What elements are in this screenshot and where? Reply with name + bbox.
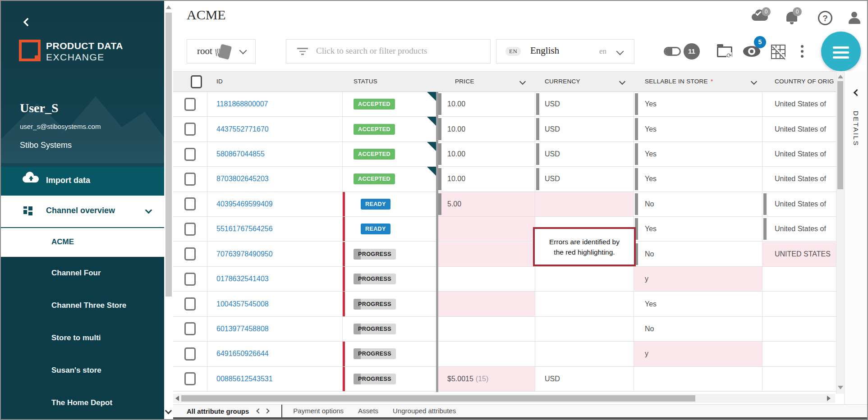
row-checkbox[interactable] <box>184 372 196 385</box>
product-id-link[interactable]: 580867044855 <box>216 150 265 158</box>
country-cell[interactable]: United States of <box>762 217 836 241</box>
price-cell[interactable] <box>437 317 535 341</box>
table-vertical-scrollbar[interactable] <box>836 71 844 394</box>
user-menu-button[interactable] <box>849 11 860 24</box>
row-checkbox[interactable] <box>184 223 196 236</box>
product-id-link[interactable]: 1181868800007 <box>216 100 268 108</box>
currency-cell[interactable]: USD <box>535 367 634 391</box>
scroll-left-icon[interactable] <box>175 396 179 401</box>
scroll-right-icon[interactable] <box>827 396 831 401</box>
country-cell[interactable]: United States of <box>762 167 836 191</box>
kebab-menu-button[interactable] <box>801 45 804 60</box>
chevron-down-icon[interactable] <box>519 78 526 85</box>
chevron-down-icon[interactable] <box>619 78 625 85</box>
scrollbar-thumb[interactable] <box>181 395 695 402</box>
price-cell[interactable] <box>437 242 535 266</box>
chevron-down-icon[interactable] <box>751 78 757 85</box>
currency-cell[interactable] <box>535 192 634 216</box>
tab-item[interactable]: Assets <box>358 407 378 415</box>
hierarchy-select[interactable]: root <box>187 39 256 64</box>
country-cell[interactable]: United States of <box>762 192 836 216</box>
sellable-cell[interactable]: Yes <box>634 142 762 166</box>
row-checkbox[interactable] <box>184 273 196 286</box>
tab-all-attribute-groups[interactable]: All attribute groups <box>187 407 249 415</box>
column-header-id[interactable]: ID <box>216 78 223 85</box>
country-cell[interactable]: United States of <box>762 117 836 141</box>
currency-cell[interactable] <box>535 317 634 341</box>
no-grid-button[interactable] <box>771 45 785 59</box>
row-checkbox[interactable] <box>184 247 196 260</box>
price-cell[interactable]: $5.0015(15) <box>437 367 535 391</box>
currency-cell[interactable]: USD <box>535 142 634 166</box>
country-cell[interactable] <box>762 292 836 316</box>
notifications-button[interactable]: 0 <box>786 9 803 27</box>
product-id-link[interactable]: 70763978490950 <box>216 250 273 258</box>
product-id-link[interactable]: 4437552771670 <box>216 125 269 133</box>
country-cell[interactable]: UNITED STATES <box>762 242 836 266</box>
row-checkbox[interactable] <box>184 297 196 310</box>
product-id-link[interactable]: 1004357545008 <box>216 300 269 308</box>
country-cell[interactable]: United States of <box>762 92 836 116</box>
sidebar-item-import-data[interactable]: Import data <box>1 167 164 196</box>
country-cell[interactable] <box>762 342 836 366</box>
language-select[interactable]: EN English en <box>496 39 634 64</box>
price-cell[interactable]: 10.00 <box>437 142 535 166</box>
sidebar-item-acme-active[interactable]: ACME <box>1 228 164 257</box>
sellable-cell[interactable]: Yes <box>634 292 762 316</box>
frozen-pane-splitter[interactable] <box>436 92 438 392</box>
collapse-sidebar-icon[interactable] <box>23 18 32 27</box>
sidebar-item-channel[interactable]: Channel Three Store <box>1 289 164 322</box>
price-cell[interactable]: 10.00 <box>437 167 535 191</box>
product-id-link[interactable]: 0178632541403 <box>216 275 269 283</box>
currency-cell[interactable]: USD <box>535 92 634 116</box>
sellable-cell[interactable]: y <box>634 342 762 366</box>
tab-item[interactable]: Payment options <box>293 407 344 415</box>
row-checkbox[interactable] <box>184 123 196 136</box>
price-cell[interactable] <box>437 267 535 291</box>
row-checkbox[interactable] <box>184 148 196 161</box>
scroll-down-icon[interactable] <box>165 407 172 415</box>
details-panel-rail[interactable]: DETAILS <box>844 71 868 420</box>
price-cell[interactable]: 5.00 <box>437 192 535 216</box>
sellable-cell[interactable]: Yes <box>634 117 762 141</box>
approvals-button[interactable]: 0 <box>752 9 770 27</box>
currency-cell[interactable] <box>535 342 634 366</box>
price-cell[interactable] <box>437 292 535 316</box>
tab-item[interactable]: Ungrouped attributes <box>393 407 456 415</box>
price-cell[interactable]: 10.00 <box>437 92 535 116</box>
country-cell[interactable] <box>762 267 836 291</box>
search-input[interactable]: Click to search or filter products <box>286 39 491 64</box>
country-cell[interactable]: United States of <box>762 142 836 166</box>
scroll-up-icon[interactable] <box>838 75 843 78</box>
row-checkbox[interactable] <box>184 347 196 361</box>
country-cell[interactable] <box>762 317 836 341</box>
row-checkbox[interactable] <box>184 173 196 186</box>
price-cell[interactable]: 10.00 <box>437 117 535 141</box>
table-horizontal-scrollbar[interactable] <box>173 394 835 403</box>
sellable-cell[interactable]: No <box>634 242 762 266</box>
sidebar-scrollbar[interactable] <box>164 1 173 420</box>
sidebar-item-channel[interactable]: Susan's store <box>1 354 164 387</box>
sidebar-item-channel[interactable]: Store to multi <box>1 322 164 354</box>
sellable-cell[interactable] <box>634 367 762 391</box>
currency-cell[interactable]: USD <box>535 167 634 191</box>
sellable-cell[interactable]: No <box>634 192 762 216</box>
product-id-link[interactable]: 6013977458808 <box>216 325 269 333</box>
chevron-left-icon[interactable] <box>257 408 262 413</box>
select-all-checkbox[interactable] <box>191 75 202 88</box>
product-id-link[interactable]: 55161767564256 <box>216 225 273 233</box>
column-header-sellable[interactable]: SELLABLE IN STORE* <box>645 78 713 85</box>
row-checkbox[interactable] <box>184 197 196 210</box>
column-header-currency[interactable]: CURRENCY <box>545 78 580 85</box>
scroll-up-icon[interactable] <box>166 5 171 9</box>
sellable-cell[interactable]: Yes <box>634 92 762 116</box>
price-cell[interactable] <box>437 217 535 241</box>
column-header-price[interactable]: PRICE <box>455 78 474 85</box>
sellable-cell[interactable]: Yes <box>634 217 762 241</box>
price-cell[interactable] <box>437 342 535 366</box>
sidebar-item-channel[interactable]: The Home Depot <box>1 387 164 419</box>
column-header-status[interactable]: STATUS <box>354 78 377 85</box>
scroll-down-icon[interactable] <box>838 386 843 389</box>
currency-cell[interactable] <box>535 267 634 291</box>
sellable-cell[interactable]: y <box>634 267 762 291</box>
